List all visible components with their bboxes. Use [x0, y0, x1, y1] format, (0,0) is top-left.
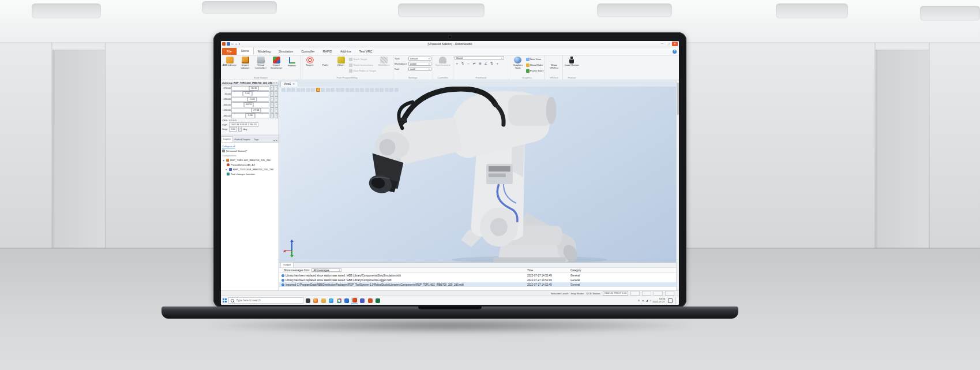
- task-select[interactable]: Default: [408, 57, 431, 61]
- vertical-scrollbar[interactable]: [676, 80, 679, 290]
- tab-test-vrc[interactable]: Test VRC: [355, 48, 377, 55]
- help-icon[interactable]: ?: [673, 50, 677, 54]
- joint-increment-button[interactable]: ›: [275, 85, 279, 91]
- rotate-tool-icon[interactable]: ↻: [460, 61, 465, 66]
- output-row[interactable]: iLibrary has been replaced since station…: [279, 273, 676, 278]
- load-human-button[interactable]: Load Human: [564, 56, 579, 67]
- start-button[interactable]: [223, 298, 227, 302]
- joint-increment-button[interactable]: ›: [275, 102, 279, 107]
- teach-instructions-button[interactable]: Teach Instructions: [349, 62, 376, 68]
- selection-level-dropdown[interactable]: Selection Level: [551, 292, 568, 295]
- graphics-tools-button[interactable]: Graphics Tools: [510, 56, 525, 69]
- joint-slider[interactable]: 5.06: [231, 91, 269, 96]
- step-input[interactable]: 1.00: [229, 127, 237, 132]
- save-icon[interactable]: [227, 42, 230, 46]
- taskbar-icon-teams[interactable]: [359, 297, 366, 304]
- joint-decrement-button[interactable]: ‹: [270, 85, 274, 91]
- step-spinner[interactable]: ↕: [238, 126, 242, 132]
- show-desktop-button[interactable]: [675, 297, 677, 304]
- taskbar-icon-task-view[interactable]: [305, 297, 311, 304]
- message-filter-select[interactable]: All messages: [311, 268, 341, 272]
- show-vr-button[interactable]: Show VR/Test: [546, 56, 561, 69]
- jog-reorient-icon[interactable]: ⊕: [478, 61, 483, 66]
- other-button[interactable]: Other: [333, 56, 348, 67]
- import-library-button[interactable]: Import Library: [238, 56, 253, 69]
- maximize-button[interactable]: □: [666, 42, 671, 46]
- new-view-button[interactable]: New View: [526, 57, 544, 62]
- onedrive-cloud-icon[interactable]: ☁: [641, 299, 644, 302]
- tool-select[interactable]: tool0: [408, 67, 431, 71]
- notification-center-icon[interactable]: [668, 298, 673, 303]
- scrollbar-thumb[interactable]: [677, 83, 679, 115]
- multimove-button[interactable]: MultiMove: [377, 56, 392, 67]
- taskbar-icon-powerpoint[interactable]: [367, 297, 373, 304]
- taskbar-icon-robotstudio-active[interactable]: [351, 297, 358, 304]
- target-button[interactable]: Target: [302, 56, 317, 67]
- tab-modeling[interactable]: Modeling: [254, 48, 275, 55]
- redo-icon[interactable]: ↪: [235, 42, 237, 46]
- synchronize-button[interactable]: Synchronize: [434, 56, 452, 67]
- path-button[interactable]: Path: [318, 56, 333, 67]
- network-icon[interactable]: ◢: [646, 299, 648, 302]
- minimize-button[interactable]: ─: [659, 42, 665, 46]
- hose-node[interactable]: Poseablehose A6_A3: [222, 162, 277, 167]
- tab-controller[interactable]: Controller: [297, 48, 318, 55]
- volume-icon[interactable]: ♪: [649, 299, 651, 302]
- panel-menu-icon[interactable]: ▾: [273, 81, 275, 84]
- taskbar-icon-folder[interactable]: [320, 297, 326, 304]
- joint-decrement-button[interactable]: ‹: [270, 102, 274, 107]
- search-input[interactable]: [235, 298, 301, 302]
- taskbar-icon-excel[interactable]: [375, 297, 381, 304]
- joint-increment-button[interactable]: ›: [275, 113, 279, 118]
- frame-button[interactable]: Frame: [284, 56, 299, 68]
- virtual-controller-button[interactable]: Virtual Controller: [253, 56, 268, 69]
- snap-mode-dropdown[interactable]: Snap Mode: [570, 292, 584, 295]
- view-close-icon[interactable]: ✕: [292, 81, 295, 87]
- tab-file[interactable]: File: [222, 48, 236, 55]
- drag-icon[interactable]: ⇅: [489, 61, 494, 66]
- customize-quick-access-icon[interactable]: ▾: [238, 42, 240, 46]
- joint-slider[interactable]: -5.00: [231, 97, 269, 102]
- joint-slider[interactable]: 27.34: [231, 108, 269, 113]
- viewport-canvas[interactable]: [279, 87, 676, 262]
- tab-paths-targets[interactable]: Paths&Targets: [233, 137, 252, 142]
- taskbar-icon-firefox[interactable]: [313, 297, 319, 304]
- taskbar-icon-edge[interactable]: [328, 297, 335, 304]
- joint-increment-button[interactable]: ›: [275, 96, 279, 102]
- expand-expander-icon[interactable]: ▸: [225, 168, 228, 171]
- frame-size-button[interactable]: Frame Size: [526, 68, 544, 73]
- output-row[interactable]: iLibrary has been replaced since station…: [279, 278, 676, 282]
- time-column-header[interactable]: Time: [527, 269, 568, 272]
- collapse-expander-icon[interactable]: ▾: [222, 159, 225, 162]
- taskbar-search[interactable]: [228, 297, 303, 304]
- joint-decrement-button[interactable]: ‹: [270, 96, 274, 102]
- tab-rapid[interactable]: RAPID: [319, 48, 336, 55]
- joint-jog-header[interactable]: Joint jog: RSP_T0R1-602_IRB6700_205_280▾…: [221, 80, 279, 85]
- abb-library-button[interactable]: ABB Library: [222, 56, 237, 67]
- panel-pin-icon[interactable]: ▾ ✕: [273, 139, 279, 142]
- tab-addins[interactable]: Add-Ins: [336, 48, 355, 55]
- tab-simulation[interactable]: Simulation: [275, 48, 297, 55]
- output-tab[interactable]: Output: [280, 262, 294, 267]
- taskbar-icon-outlook[interactable]: [344, 297, 350, 304]
- joint-increment-button[interactable]: ›: [275, 107, 279, 113]
- tab-home[interactable]: Home: [236, 47, 254, 55]
- tool-robot-node[interactable]: ▸RSP_T0151404_IRB6700_200_280: [222, 167, 277, 171]
- jog-linear-icon[interactable]: ⇄: [472, 61, 477, 66]
- view1-tab[interactable]: View1✕: [280, 81, 298, 87]
- workobject-select[interactable]: wobj0: [408, 62, 431, 66]
- chevron-up-icon[interactable]: ∧: [638, 299, 640, 302]
- freehand-reference-select[interactable]: World: [455, 56, 504, 60]
- station-node[interactable]: [Unsaved Station]*: [222, 148, 277, 153]
- tab-tags[interactable]: Tags: [252, 137, 261, 142]
- teach-target-button[interactable]: Teach Target: [349, 57, 376, 62]
- move-tool-icon[interactable]: ⌖: [455, 61, 460, 66]
- undo-icon[interactable]: ↩: [231, 42, 234, 46]
- multirobot-jog-icon[interactable]: ∠: [483, 61, 489, 66]
- robot-3d-model[interactable]: [279, 87, 676, 262]
- output-row-selected[interactable]: iImported C:\ProgramData\ABB\Distributio…: [279, 282, 676, 287]
- category-column-header[interactable]: Category: [570, 269, 605, 272]
- import-geometry-button[interactable]: Import Geometry: [269, 56, 284, 69]
- joint-decrement-button[interactable]: ‹: [270, 113, 274, 118]
- more-freehand-icon[interactable]: +: [495, 61, 500, 66]
